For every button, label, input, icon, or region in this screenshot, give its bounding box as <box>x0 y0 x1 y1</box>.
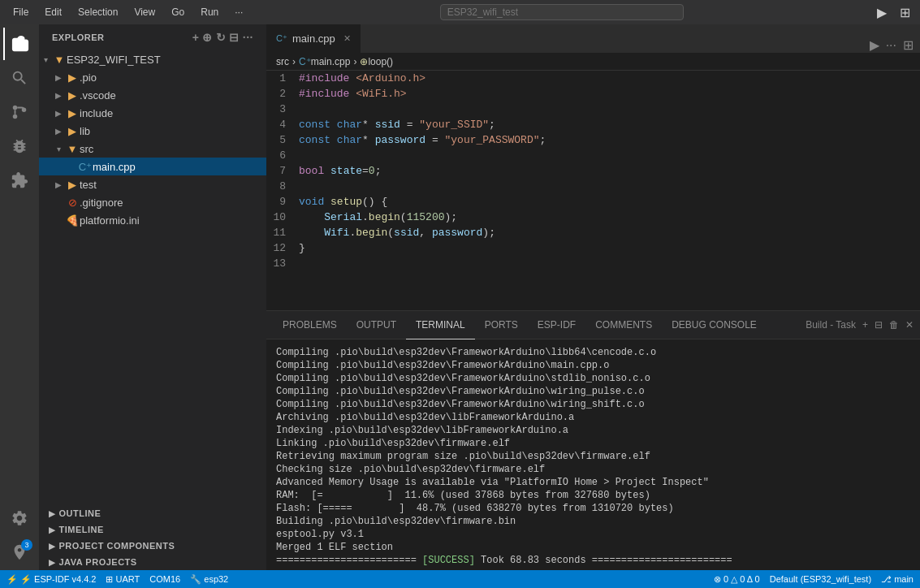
tab-problems[interactable]: PROBLEMS <box>273 311 347 339</box>
more-icon[interactable]: ··· <box>243 31 253 44</box>
tree-item-gitignore[interactable]: ⊘ .gitignore <box>39 193 266 211</box>
root-arrow: ▾ <box>39 55 52 64</box>
run-button[interactable]: ▶ <box>874 5 890 20</box>
terminal-panel: PROBLEMS OUTPUT TERMINAL PORTS ESP-IDF C… <box>266 310 920 570</box>
titlebar: File Edit Selection View Go Run ··· ▶ ⊞ <box>0 0 920 24</box>
ports-label: PORTS <box>485 319 518 331</box>
sidebar: EXPLORER + ⊕ ↻ ⊟ ··· ▾ ▼ ESP32_WIFI_TEST… <box>39 24 266 570</box>
status-esp-idf[interactable]: ⚡ ⚡ ESP-IDF v4.4.2 <box>6 574 96 585</box>
tab-esp-idf[interactable]: ESP-IDF <box>528 311 585 339</box>
tree-root[interactable]: ▾ ▼ ESP32_WIFI_TEST <box>39 50 266 68</box>
editor[interactable]: 12345 678910 111213 #include <Arduino.h>… <box>266 71 920 310</box>
breadcrumb-fn-icon: ⊕ <box>360 56 368 67</box>
terminal-line: Indexing .pio\build\esp32dev\libFramewor… <box>276 424 910 437</box>
status-errors[interactable]: ⊗ 0 △ 0 Δ 0 <box>714 574 760 585</box>
activity-git[interactable] <box>3 96 36 128</box>
tree-item-main-cpp[interactable]: C⁺ main.cpp <box>39 158 266 175</box>
terminal-content[interactable]: Compiling .pio\build\esp32dev\FrameworkA… <box>266 339 920 570</box>
tab-actions: ▶ ··· ⊞ <box>870 37 920 53</box>
test-label: test <box>80 179 263 191</box>
terminal-line: esptool.py v3.1 <box>276 528 910 541</box>
tab-main-cpp[interactable]: C⁺ main.cpp ✕ <box>266 24 361 53</box>
activity-settings[interactable] <box>3 502 36 534</box>
tab-terminal[interactable]: TERMINAL <box>406 311 475 339</box>
tree-item-lib[interactable]: ▶ ▶ lib <box>39 122 266 140</box>
tab-comments[interactable]: COMMENTS <box>585 311 662 339</box>
more-actions-icon[interactable]: ··· <box>886 38 896 53</box>
refresh-icon[interactable]: ↻ <box>216 31 227 44</box>
menu-selection[interactable]: Selection <box>71 5 124 19</box>
activity-search[interactable] <box>3 62 36 94</box>
title-search <box>262 4 861 20</box>
tree-item-src[interactable]: ▾ ▼ src <box>39 140 266 158</box>
menu-view[interactable]: View <box>127 5 162 19</box>
terminal-line: Compiling .pio\build\esp32dev\FrameworkA… <box>276 346 910 359</box>
code-line-11: Wifi.begin(ssid, password); <box>299 225 907 240</box>
menu-run[interactable]: Run <box>194 5 225 19</box>
folder-src-icon: ▼ <box>65 143 80 155</box>
activity-badge[interactable]: 3 <box>3 536 36 569</box>
problems-label: PROBLEMS <box>283 319 337 331</box>
outline-arrow: ▶ <box>49 509 56 518</box>
tab-close-button[interactable]: ✕ <box>343 33 351 44</box>
activity-debug[interactable] <box>3 130 36 162</box>
menu-edit[interactable]: Edit <box>38 5 68 19</box>
collapse-icon[interactable]: ⊟ <box>229 31 240 44</box>
terminal-line: Flash: [===== ] 48.7% (used 638270 bytes… <box>276 502 910 515</box>
tree-item-test[interactable]: ▶ ▶ test <box>39 175 266 193</box>
menu-go[interactable]: Go <box>165 5 191 19</box>
search-input[interactable] <box>440 4 684 20</box>
new-terminal-icon[interactable]: + <box>862 319 868 331</box>
src-label: src <box>80 143 263 155</box>
split-terminal-icon[interactable]: ⊟ <box>875 319 883 331</box>
terminal-line: Merged 1 ELF section <box>276 541 910 554</box>
breadcrumb-src[interactable]: src <box>276 56 289 67</box>
terminal-line: RAM: [= ] 11.6% (used 37868 bytes from 3… <box>276 489 910 502</box>
status-uart[interactable]: ⊞ UART <box>106 574 140 585</box>
tab-ports[interactable]: PORTS <box>475 311 528 339</box>
run-in-terminal-icon[interactable]: ▶ <box>870 37 879 53</box>
cpp-file-icon: C⁺ <box>78 161 93 173</box>
pio-arrow: ▶ <box>52 73 65 82</box>
activity-explorer[interactable] <box>3 28 36 60</box>
breadcrumb-file[interactable]: main.cpp <box>311 56 351 67</box>
menu-more[interactable]: ··· <box>228 5 249 19</box>
include-label: include <box>80 107 263 119</box>
status-encoding[interactable]: Default (ESP32_wifi_test) <box>770 574 871 584</box>
tree-item-pio[interactable]: ▶ ▶ .pio <box>39 68 266 86</box>
kill-terminal-icon[interactable]: 🗑 <box>889 319 899 331</box>
menu-bar: File Edit Selection View Go Run ··· <box>6 5 249 19</box>
svg-point-0 <box>13 106 18 110</box>
close-panel-icon[interactable]: ✕ <box>905 319 914 331</box>
include-arrow: ▶ <box>52 109 65 118</box>
editor-content: 12345 678910 111213 #include <Arduino.h>… <box>266 71 920 271</box>
tab-debug-console[interactable]: DEBUG CONSOLE <box>662 311 767 339</box>
tree-item-vscode[interactable]: ▶ ▶ .vscode <box>39 86 266 104</box>
outline-section[interactable]: ▶ OUTLINE <box>39 505 266 521</box>
code-line-1: #include <Arduino.h> <box>299 71 907 86</box>
project-components-section[interactable]: ▶ PROJECT COMPONENTS <box>39 538 266 554</box>
menu-file[interactable]: File <box>6 5 35 19</box>
status-esp32[interactable]: 🔧 esp32 <box>190 574 228 585</box>
status-com[interactable]: COM16 <box>149 574 180 584</box>
split-icon[interactable]: ⊞ <box>896 5 914 20</box>
tab-output[interactable]: OUTPUT <box>347 311 406 339</box>
sidebar-header: EXPLORER + ⊕ ↻ ⊟ ··· <box>39 24 266 50</box>
split-editor-icon[interactable]: ⊞ <box>903 37 914 53</box>
titlebar-actions: ▶ ⊞ <box>874 5 914 20</box>
code-line-12: } <box>299 240 907 256</box>
java-projects-section[interactable]: ▶ JAVA PROJECTS <box>39 554 266 570</box>
outline-label: OUTLINE <box>59 508 102 518</box>
new-file-icon[interactable]: + <box>192 31 200 44</box>
breadcrumb-fn[interactable]: loop() <box>368 56 393 67</box>
activity-extensions[interactable] <box>3 164 36 197</box>
new-folder-icon[interactable]: ⊕ <box>202 31 213 44</box>
timeline-section[interactable]: ▶ TIMELINE <box>39 521 266 538</box>
tree-item-platformio[interactable]: 🍕 platformio.ini <box>39 211 266 229</box>
encoding-status-text: Default (ESP32_wifi_test) <box>770 574 871 584</box>
tree-item-include[interactable]: ▶ ▶ include <box>39 104 266 122</box>
terminal-label: TERMINAL <box>416 319 465 331</box>
lib-label: lib <box>80 125 263 137</box>
code-line-9: void setup() { <box>299 194 907 210</box>
status-git[interactable]: ⎇ main <box>881 574 914 585</box>
